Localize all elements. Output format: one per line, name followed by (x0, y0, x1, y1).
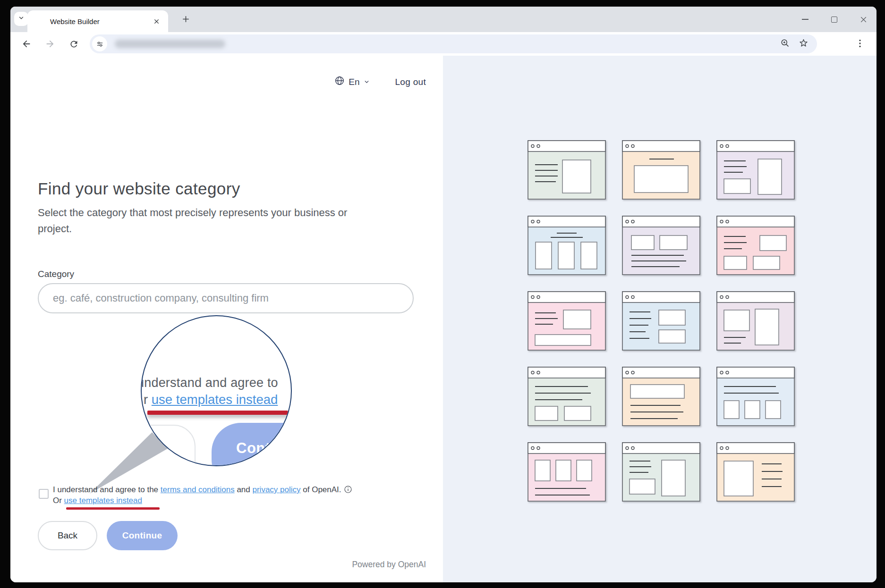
template-thumbnail (528, 442, 606, 502)
magnified-back-button (141, 425, 196, 466)
magnifier-callout: understand and agree to r use templates … (141, 315, 292, 466)
tab-title: Website Builder (50, 17, 150, 25)
powered-by-label: Powered by OpenAI (352, 560, 426, 570)
tab-close-icon[interactable] (150, 15, 162, 27)
new-tab-button[interactable] (179, 13, 193, 27)
back-icon[interactable] (21, 38, 32, 50)
language-label: En (349, 77, 359, 87)
template-thumbnail (528, 140, 606, 200)
page-subtitle: Select the category that most precisely … (38, 205, 349, 237)
terms-checkbox[interactable] (39, 489, 49, 499)
tab-strip: Website Builder (10, 7, 876, 32)
tab-search-button[interactable] (14, 12, 28, 26)
close-icon[interactable] (860, 16, 867, 23)
chevron-down-icon (364, 77, 370, 87)
magnified-agreement-text: understand and agree to (141, 376, 278, 390)
template-thumbnail (528, 216, 606, 275)
site-settings-icon[interactable] (92, 36, 107, 51)
template-thumbnail (622, 216, 700, 275)
page-title: Find your website category (38, 179, 240, 198)
template-thumbnail (716, 291, 795, 351)
minimize-icon[interactable] (802, 19, 808, 20)
template-thumbnail (622, 367, 700, 426)
red-underline-annotation (66, 507, 160, 510)
zoom-in-icon[interactable] (780, 38, 790, 50)
category-label: Category (38, 269, 74, 279)
use-templates-link[interactable]: use templates instead (64, 496, 142, 505)
template-thumbnail (622, 291, 700, 351)
info-icon[interactable] (344, 485, 352, 494)
bookmark-star-icon[interactable] (799, 38, 808, 50)
browser-tab[interactable]: Website Builder (27, 10, 168, 32)
template-thumbnail (528, 367, 606, 426)
language-selector[interactable]: En (334, 76, 369, 88)
category-input[interactable] (38, 283, 414, 313)
back-button[interactable]: Back (38, 521, 97, 550)
template-thumbnail (716, 367, 795, 426)
url-bar[interactable] (90, 34, 817, 53)
globe-icon (334, 76, 345, 88)
chevron-down-icon (18, 15, 25, 23)
top-bar: En Log out (334, 76, 426, 88)
browser-window: Website Builder (10, 7, 876, 582)
template-thumbnail (716, 216, 795, 275)
template-thumbnail (622, 140, 700, 200)
forward-icon[interactable] (44, 38, 56, 50)
window-controls (802, 7, 867, 32)
template-thumbnail (528, 291, 606, 351)
maximize-icon[interactable] (831, 17, 837, 23)
templates-panel (443, 56, 876, 582)
menu-dots-icon[interactable] (855, 38, 865, 50)
magnified-continue-button: Conti (212, 423, 292, 466)
template-thumbnail (622, 442, 700, 502)
reload-icon[interactable] (68, 38, 79, 50)
template-thumbnail (716, 442, 795, 502)
magnified-use-templates-link[interactable]: use templates instead (152, 392, 278, 407)
magnified-templates-line: r use templates instead (144, 392, 278, 407)
page-content: En Log out Find your website category Se… (10, 56, 876, 582)
template-thumbnail (716, 140, 795, 200)
plus-icon (182, 15, 190, 25)
url-text-redacted (115, 40, 225, 48)
terms-link[interactable]: terms and conditions (161, 485, 235, 494)
main-panel: En Log out Find your website category Se… (10, 56, 443, 582)
magnified-red-underline (147, 411, 288, 415)
continue-button[interactable]: Continue (107, 521, 178, 550)
agreement-text: I understand and agree to the terms and … (53, 484, 426, 506)
template-grid (528, 140, 795, 502)
logout-button[interactable]: Log out (395, 77, 426, 87)
browser-toolbar (10, 32, 876, 56)
privacy-link[interactable]: privacy policy (252, 485, 300, 494)
